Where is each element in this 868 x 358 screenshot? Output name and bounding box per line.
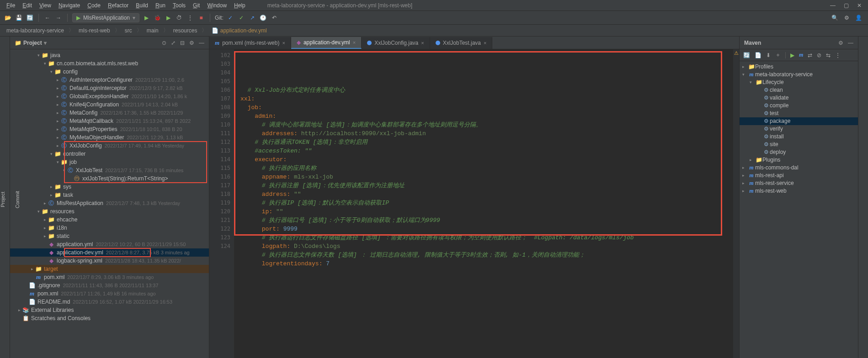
maven-offline-icon[interactable]: ⇆ xyxy=(826,52,831,58)
maven-reload-icon[interactable]: 🔄 xyxy=(743,52,750,58)
tree-item[interactable]: 📋Scratches and Consoles xyxy=(10,314,209,322)
settings-icon[interactable]: ⚙ xyxy=(842,14,851,22)
maven-generate-icon[interactable]: 📄 xyxy=(755,52,761,58)
tree-item[interactable]: ▸ⒸXxlJobConfig2022/12/7 17:49, 1.94 kB Y… xyxy=(10,142,209,150)
maven-tree-item[interactable]: ⚙ install xyxy=(740,133,858,141)
tree-item[interactable]: ▸📁target xyxy=(10,265,209,273)
tree-item[interactable]: ▸📁ehcache xyxy=(10,216,209,224)
maven-toggle-icon[interactable]: ⇄ xyxy=(808,52,812,58)
tree-item[interactable]: ▸📁sys xyxy=(10,183,209,191)
maven-tree-item[interactable]: ▾📁 Lifecycle xyxy=(740,79,858,86)
open-icon[interactable]: 📂 xyxy=(4,14,12,22)
tree-item[interactable]: ▸ⒸAuthInterceptorConfigurer2022/11/29 11… xyxy=(10,76,209,84)
breadcrumb-item[interactable]: mls-rest-web xyxy=(76,26,113,35)
git-commit-icon[interactable]: ✓ xyxy=(237,14,245,22)
git-history-icon[interactable]: 🕐 xyxy=(259,14,267,22)
breadcrumb-item[interactable]: main xyxy=(144,26,161,35)
maven-tree-item[interactable]: ⚙ deploy xyxy=(740,148,858,156)
debug-icon[interactable]: 🐞 xyxy=(153,14,161,22)
tree-item[interactable]: ▸ⒸMyMetaObjectHandler2022/12/1 12:29, 1.… xyxy=(10,133,209,142)
editor-tab[interactable]: XxlJobConfig.java× xyxy=(362,37,430,49)
coverage-icon[interactable]: ▶ xyxy=(164,14,172,22)
tree-item[interactable]: ▾ⒸXxlJobTest2022/12/7 17:15, 736 B 16 mi… xyxy=(10,166,209,174)
tab-close-icon[interactable]: × xyxy=(484,40,486,46)
maven-download-icon[interactable]: ⬇ xyxy=(766,52,771,58)
tree-item[interactable]: ▸📁task xyxy=(10,191,209,199)
code-content[interactable]: # Xxl-Job分布式定时任务调度中心xxl: job: admin: # 调… xyxy=(234,49,733,358)
search-icon[interactable]: 🔍 xyxy=(831,14,839,22)
minimize-icon[interactable]: — xyxy=(830,2,836,9)
tree-item[interactable]: ▸ⒸMetaMqttCallback2022/11/21 15:13:24, 8… xyxy=(10,117,209,125)
maven-hide-icon[interactable]: — xyxy=(848,40,853,46)
tree-item[interactable]: ▾📁resources xyxy=(10,207,209,216)
maven-tree-item[interactable]: ⚙ compile xyxy=(740,102,858,110)
maven-tree-item[interactable]: ▸m mls-rest-api xyxy=(740,172,858,179)
tree-item[interactable]: 📄README.md2022/11/29 16:52, 1.07 kB 2022… xyxy=(10,298,209,306)
code-editor[interactable]: 1021031041051061071081091101111121131141… xyxy=(209,49,739,358)
tree-item[interactable]: 📄.gitignore2022/11/11 11:43, 386 B 2022/… xyxy=(10,281,209,290)
run-config-selector[interactable]: ▶ MlsRestApplication ▾ xyxy=(72,13,139,22)
editor-tab[interactable]: mpom.xml (mls-rest-web)× xyxy=(209,37,291,49)
maven-tree-item[interactable]: ▸📁 Plugins xyxy=(740,156,858,164)
menu-window[interactable]: Window xyxy=(203,1,230,10)
breadcrumb-item[interactable]: src xyxy=(122,26,135,35)
maven-tree-item[interactable]: ▸m mls-commons-dal xyxy=(740,164,858,172)
tree-item[interactable]: ▾📁config xyxy=(10,68,209,76)
maven-tree[interactable]: ▸📁 Profiles▾m meta-laboratory-service▾📁 … xyxy=(740,61,858,358)
tree-item[interactable]: ▸📁i18n xyxy=(10,224,209,232)
tab-close-icon[interactable]: × xyxy=(353,40,356,45)
tree-item[interactable]: ▸ⒸDefaultLoginInterceptor2022/12/3 9:17,… xyxy=(10,84,209,92)
git-update-icon[interactable]: ✓ xyxy=(226,14,234,22)
breadcrumb-item[interactable]: resources xyxy=(170,26,200,35)
maximize-icon[interactable]: ▢ xyxy=(844,2,849,9)
warning-icon[interactable]: ⚠ xyxy=(733,49,739,56)
tree-item[interactable]: ▾📁controller xyxy=(10,150,209,158)
more-run-icon[interactable]: ⋮ xyxy=(186,14,194,22)
maven-tree-item[interactable]: ⚙ site xyxy=(740,141,858,148)
maven-add-icon[interactable]: ＋ xyxy=(775,51,781,59)
git-push-icon[interactable]: ↗ xyxy=(248,14,256,22)
tree-item[interactable]: ▸ⒸGlobalExceptionHandler2022/11/10 14:20… xyxy=(10,92,209,100)
avatar-icon[interactable]: 👤 xyxy=(854,14,863,22)
menu-help[interactable]: Help xyxy=(230,1,249,10)
menu-git[interactable]: Git xyxy=(189,1,203,10)
maven-execute-icon[interactable]: m xyxy=(799,52,803,58)
maven-more-icon[interactable]: ⋮ xyxy=(835,52,841,58)
save-icon[interactable]: 💾 xyxy=(15,14,23,22)
menu-run[interactable]: Run xyxy=(152,1,169,10)
breadcrumb-item[interactable]: meta-laboratory-service xyxy=(4,26,67,35)
menu-code[interactable]: Code xyxy=(84,1,104,10)
maven-tree-item[interactable]: ⚙ clean xyxy=(740,86,858,94)
breadcrumb-item[interactable]: 📄 application-dev.yml xyxy=(209,26,269,35)
tree-item[interactable]: ▸ⒸMetaConfig2022/12/6 17:36, 1.55 kB 202… xyxy=(10,109,209,117)
panel-settings-icon[interactable]: ⚙ xyxy=(189,40,194,46)
menu-edit[interactable]: Edit xyxy=(19,1,36,10)
tree-item[interactable]: ▸📁static xyxy=(10,232,209,240)
git-revert-icon[interactable]: ↶ xyxy=(270,14,278,22)
profile-icon[interactable]: ⏱ xyxy=(175,14,183,22)
tree-item[interactable]: ◆application.yml2022/12/2 10:22, 60 B 20… xyxy=(10,240,209,248)
back-icon[interactable]: ← xyxy=(43,14,52,22)
tree-item[interactable]: ◆application-dev.yml2022/12/8 8:27, 3.75… xyxy=(10,248,209,257)
tree-item[interactable]: ▾📁job xyxy=(10,158,209,166)
tree-item[interactable]: ▸📚External Libraries xyxy=(10,306,209,314)
maven-run-icon[interactable]: ▶ xyxy=(790,52,794,58)
editor-tab[interactable]: ◆application-dev.yml× xyxy=(291,37,362,49)
menu-view[interactable]: View xyxy=(36,1,55,10)
select-file-icon[interactable]: ⊙ xyxy=(162,40,166,46)
maven-tree-item[interactable]: ▸m mls-rest-service xyxy=(740,179,858,187)
maven-skip-tests-icon[interactable]: ⊘ xyxy=(817,52,821,58)
maven-tree-item[interactable]: ▸m mls-rest-web xyxy=(740,187,858,195)
menu-refactor[interactable]: Refactor xyxy=(104,1,132,10)
tree-item[interactable]: mpom.xml2022/12/7 8:29, 3.06 kB 3 minute… xyxy=(10,273,209,281)
collapse-icon[interactable]: ⊟ xyxy=(180,40,185,46)
forward-icon[interactable]: → xyxy=(54,14,63,22)
stop-icon[interactable]: ■ xyxy=(197,14,205,22)
maven-settings-icon[interactable]: ⚙ xyxy=(838,40,843,46)
tree-item[interactable]: ▸ⒸKnife4jConfiguration2022/11/9 14:13, 2… xyxy=(10,100,209,109)
tree-item[interactable]: ▸ⒸMetaMqttProperties2022/11/18 10:01, 83… xyxy=(10,125,209,133)
sync-icon[interactable]: 🔄 xyxy=(26,14,34,22)
maven-tree-item[interactable]: ⚙ validate xyxy=(740,94,858,102)
tree-item[interactable]: ◆logback-spring.xml2022/11/28 18:43, 11.… xyxy=(10,257,209,265)
tree-item[interactable]: ▾📁java xyxy=(10,51,209,59)
